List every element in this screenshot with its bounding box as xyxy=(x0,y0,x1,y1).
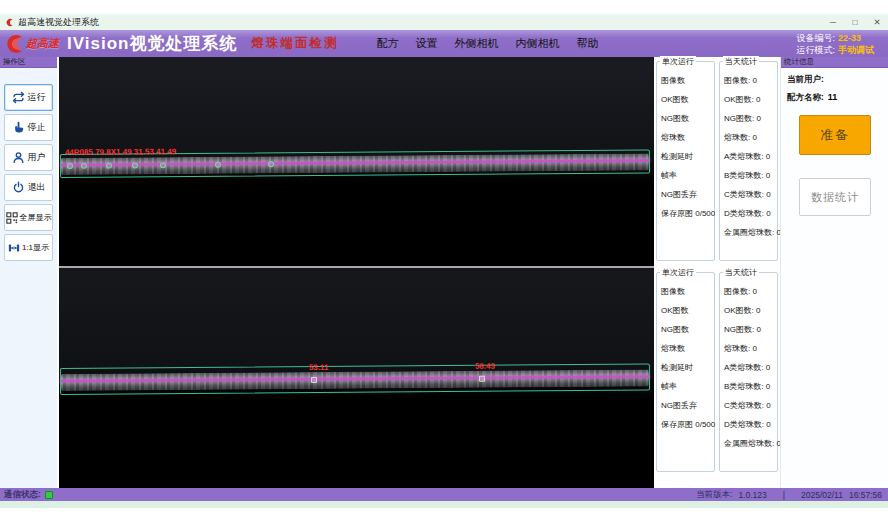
statistics-info-panel: 统计信息 当前用户: 配方名称:11 准备 数据统计 xyxy=(780,57,888,488)
stat-row: C类熔珠数: 0 xyxy=(724,396,777,415)
detection-marker xyxy=(132,162,138,168)
info-panel-title: 统计信息 xyxy=(781,57,888,68)
stat-row: 熔珠数: 0 xyxy=(724,339,777,358)
version-value: 1.0.123 xyxy=(738,490,766,500)
menu-item[interactable]: 配方 xyxy=(376,36,398,51)
stop-hand-icon xyxy=(12,121,25,134)
brand-name: 超高速 xyxy=(26,36,59,51)
stat-row: 保存原图 0/500 xyxy=(661,415,714,434)
fullscreen-button-label: 全屏显示 xyxy=(20,212,52,223)
comm-status-label: 通信状态: xyxy=(4,489,41,501)
stat-row: NG图数 xyxy=(661,320,714,339)
detection-marker xyxy=(106,163,112,169)
stat-row: 帧率 xyxy=(661,166,714,185)
today-stats-group-1: 当天统计 图像数: 0OK图数: 0NG图数: 0熔珠数: 0A类熔珠数: 0B… xyxy=(719,61,778,261)
stat-row: A类熔珠数: 0 xyxy=(724,358,777,377)
measurement-annotation: 56.43 xyxy=(475,362,495,371)
stat-row: OK图数 xyxy=(661,90,714,109)
today-stats-group-2: 当天统计 图像数: 0OK图数: 0NG图数: 0熔珠数: 0A类熔珠数: 0B… xyxy=(719,272,778,472)
menu-item[interactable]: 内侧相机 xyxy=(515,36,559,51)
run-icon xyxy=(12,91,25,104)
stat-row: 金属圈熔珠数: 0 xyxy=(724,434,777,453)
stat-row: NG图丢弃 xyxy=(661,396,714,415)
maximize-icon[interactable]: □ xyxy=(844,14,866,30)
main-area: 操作区 运行 停止 用户 xyxy=(0,57,888,488)
device-info: 设备编号:22-33 运行模式:手动调试 xyxy=(796,32,874,56)
detection-marker xyxy=(67,163,73,169)
stat-row: 保存原图 0/500 xyxy=(661,204,714,223)
stat-row: 熔珠数: 0 xyxy=(724,128,777,147)
sidebar-title: 操作区 xyxy=(0,57,57,68)
group-title: 当天统计 xyxy=(723,267,759,278)
stat-row: OK图数: 0 xyxy=(724,301,777,320)
outer-camera-image[interactable]: 44R085 79.8X1.49 31.53 41.49 xyxy=(59,57,654,266)
group-title: 单次运行 xyxy=(660,56,696,67)
laser-line xyxy=(61,159,649,166)
window-title: 超高速视觉处理系统 xyxy=(18,16,99,29)
stat-row: 熔珠数 xyxy=(661,128,714,147)
stat-row: A类熔珠数: 0 xyxy=(724,147,777,166)
desktop: 超高速视觉处理系统 ─ □ ✕ 超高速 IVision视觉处理系统 熔珠端面检测… xyxy=(0,0,888,522)
brand-logo-icon xyxy=(3,34,25,54)
app-title: IVision视觉处理系统 xyxy=(67,32,237,55)
group-title: 当天统计 xyxy=(723,56,759,67)
stat-row: OK图数 xyxy=(661,301,714,320)
recipe-row: 配方名称:11 xyxy=(787,92,888,104)
single-run-group-2: 单次运行 图像数OK图数NG图数熔珠数检测延时帧率NG图丢弃保存原图 0/500 xyxy=(656,272,715,472)
device-number-value: 22-33 xyxy=(838,33,861,43)
stat-row: 图像数 xyxy=(661,71,714,90)
menu-item[interactable]: 外侧相机 xyxy=(454,36,498,51)
one-to-one-button[interactable]: 1:1显示 xyxy=(4,234,53,261)
stat-row: 帧率 xyxy=(661,377,714,396)
close-icon[interactable]: ✕ xyxy=(866,14,888,30)
strip-overlay: 53.11 56.43 xyxy=(61,369,649,391)
status-time: 16:57:56 xyxy=(849,490,882,500)
user-button[interactable]: 用户 xyxy=(4,144,53,171)
one-to-one-icon xyxy=(8,242,20,254)
run-mode-label: 运行模式: xyxy=(796,45,835,55)
user-button-label: 用户 xyxy=(28,151,46,164)
current-user-label: 当前用户: xyxy=(787,74,824,84)
menu-item[interactable]: 帮助 xyxy=(576,36,598,51)
one-to-one-button-label: 1:1显示 xyxy=(22,242,49,253)
data-statistics-button[interactable]: 数据统计 xyxy=(799,178,871,216)
divider: | xyxy=(783,490,785,500)
inner-camera-image[interactable]: 53.11 56.43 xyxy=(59,268,654,488)
detection-marker xyxy=(215,162,221,168)
minimize-icon[interactable]: ─ xyxy=(822,14,844,30)
stat-row: D类熔珠数: 0 xyxy=(724,415,777,434)
stop-button-label: 停止 xyxy=(28,121,46,134)
stat-row: B类熔珠数: 0 xyxy=(724,166,777,185)
stat-row: NG图数 xyxy=(661,109,714,128)
exit-button[interactable]: 退出 xyxy=(4,174,53,201)
stat-row: 检测延时 xyxy=(661,147,714,166)
measurement-annotation: 53.11 xyxy=(309,363,329,372)
fullscreen-grid-icon xyxy=(6,212,18,224)
laser-line xyxy=(61,375,649,382)
detection-marker xyxy=(311,377,317,383)
prepare-button[interactable]: 准备 xyxy=(799,115,871,155)
window-titlebar: 超高速视觉处理系统 ─ □ ✕ xyxy=(0,14,888,30)
current-user-row: 当前用户: xyxy=(787,74,888,86)
stop-button[interactable]: 停止 xyxy=(4,114,53,141)
status-bar: 通信状态: 当前版本: 1.0.123 | 2025/02/11 16:57:5… xyxy=(0,488,888,501)
stat-row: D类熔珠数: 0 xyxy=(724,204,777,223)
recipe-name-value: 11 xyxy=(828,92,838,102)
single-run-group-1: 单次运行 图像数OK图数NG图数熔珠数检测延时帧率NG图丢弃保存原图 0/500 xyxy=(656,61,715,261)
status-date: 2025/02/11 xyxy=(801,490,843,500)
stat-row: 图像数: 0 xyxy=(724,71,777,90)
camera-view-area: 44R085 79.8X1.49 31.53 41.49 53.11 56.43 xyxy=(59,57,654,488)
operation-sidebar: 操作区 运行 停止 用户 xyxy=(0,57,57,488)
fullscreen-button[interactable]: 全屏显示 xyxy=(4,204,53,231)
stat-row: OK图数: 0 xyxy=(724,90,777,109)
run-button[interactable]: 运行 xyxy=(4,84,53,111)
detection-marker xyxy=(479,376,485,382)
window-controls: ─ □ ✕ xyxy=(822,14,888,30)
stat-row: 熔珠数 xyxy=(661,339,714,358)
detection-marker xyxy=(160,162,166,168)
stat-row: C类熔珠数: 0 xyxy=(724,185,777,204)
power-icon xyxy=(12,181,25,194)
stat-row: B类熔珠数: 0 xyxy=(724,377,777,396)
menu-bar: 配方设置外侧相机内侧相机帮助 xyxy=(376,36,598,51)
menu-item[interactable]: 设置 xyxy=(415,36,437,51)
